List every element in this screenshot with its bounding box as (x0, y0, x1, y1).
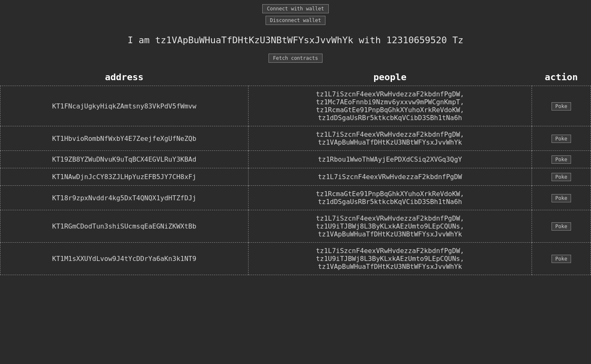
poke-button[interactable]: Poke (552, 155, 571, 164)
fetch-area: Fetch contracts (0, 54, 591, 69)
table-row: KT19ZB8YZWuDNvuK9uTqBCX4EGVLRuY3KBAdtz1R… (0, 151, 591, 168)
table-row: KT18r9zpxNvddr4kg5DxT4QNQX1ydHTZfDJjtz1R… (0, 186, 591, 210)
col-header-address: address (0, 69, 249, 86)
poke-button[interactable]: Poke (552, 102, 571, 111)
top-controls: Connect with wallet Disconnect wallet (0, 0, 591, 25)
cell-action: Poke (532, 210, 591, 243)
cell-address: KT19ZB8YZWuDNvuK9uTqBCX4EGVLRuY3KBAd (0, 151, 249, 168)
cell-people: tz1RcmaGtEe91PnpBqGhkXYuhoXrkReVdoKW, tz… (248, 186, 532, 210)
cell-address: KT1M1sXXUYdLvow9J4tYcDDrYa6aKn3k1NT9 (0, 243, 249, 275)
fetch-contracts-button[interactable]: Fetch contracts (268, 54, 323, 63)
cell-action: Poke (532, 186, 591, 210)
cell-people: tz1L7iSzcnF4eexVRwHvdezzaF2kbdnfPgDW, tz… (248, 86, 532, 126)
poke-button[interactable]: Poke (552, 194, 571, 202)
table-row: KT1M1sXXUYdLvow9J4tYcDDrYa6aKn3k1NT9tz1L… (0, 243, 591, 275)
poke-button[interactable]: Poke (552, 135, 571, 143)
cell-action: Poke (532, 168, 591, 186)
cell-action: Poke (532, 126, 591, 151)
poke-button[interactable]: Poke (552, 255, 571, 263)
wallet-info: I am tz1VApBuWHuaTfDHtKzU3NBtWFYsxJvvWhY… (0, 25, 591, 54)
cell-action: Poke (532, 86, 591, 126)
poke-button[interactable]: Poke (552, 173, 571, 181)
cell-address: KT1RGmCDodTun3shiSUcmsqEaEGNiZKWXtBb (0, 210, 249, 243)
cell-action: Poke (532, 243, 591, 275)
cell-address: KT1FNcajUgkyHiqkZAmtsny83VkPdV5fWmvw (0, 86, 249, 126)
poke-button[interactable]: Poke (552, 222, 571, 231)
cell-address: KT18r9zpxNvddr4kg5DxT4QNQX1ydHTZfDJj (0, 186, 249, 210)
col-header-people: people (248, 69, 532, 86)
col-header-action: action (532, 69, 591, 86)
table-row: KT1HbvioRombNfWxbY4E7ZeejfeXgUfNeZQbtz1L… (0, 126, 591, 151)
cell-people: tz1L7iSzcnF4eexVRwHvdezzaF2kbdnfPgDW, tz… (248, 210, 532, 243)
disconnect-wallet-button[interactable]: Disconnect wallet (266, 16, 326, 25)
cell-address: KT1NAwDjnJcCY83ZJLHpYuzEFB5JY7CH8xFj (0, 168, 249, 186)
cell-people: tz1Rbou1WwoThWAyjEePDXdCSiq2XVGq3QgY (248, 151, 532, 168)
cell-address: KT1HbvioRombNfWxbY4E7ZeejfeXgUfNeZQb (0, 126, 249, 151)
cell-action: Poke (532, 151, 591, 168)
cell-people: tz1L7iSzcnF4eexVRwHvdezzaF2kbdnfPgDW, tz… (248, 126, 532, 151)
table-row: KT1NAwDjnJcCY83ZJLHpYuzEFB5JY7CH8xFjtz1L… (0, 168, 591, 186)
cell-people: tz1L7iSzcnF4eexVRwHvdezzaF2kbdnfPgDW (248, 168, 532, 186)
table-row: KT1RGmCDodTun3shiSUcmsqEaEGNiZKWXtBbtz1L… (0, 210, 591, 243)
table-row: KT1FNcajUgkyHiqkZAmtsny83VkPdV5fWmvwtz1L… (0, 86, 591, 126)
cell-people: tz1L7iSzcnF4eexVRwHvdezzaF2kbdnfPgDW, tz… (248, 243, 532, 275)
contracts-table: address people action KT1FNcajUgkyHiqkZA… (0, 69, 591, 275)
connect-wallet-button[interactable]: Connect with wallet (262, 4, 328, 13)
